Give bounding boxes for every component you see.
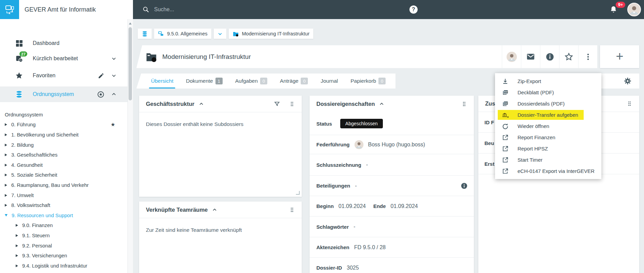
- caret-right-icon[interactable]: [5, 174, 7, 176]
- caret-right-icon[interactable]: [5, 144, 7, 146]
- property-row-schlusszeichnung: Schlusszeichnung-: [310, 154, 474, 175]
- tab-zugriff[interactable]: Zugriff: [398, 74, 413, 89]
- tree-item[interactable]: 1. Bevölkerung und Sicherheit: [0, 130, 128, 140]
- more-actions-button[interactable]: [578, 45, 597, 68]
- scroll-up-arrow-icon[interactable]: [129, 22, 132, 25]
- menu-item-zip-export[interactable]: Zip-Export: [495, 76, 601, 87]
- property-label: Ende: [373, 203, 386, 209]
- sidebar-scrollbar[interactable]: [128, 19, 133, 273]
- tab--bersicht[interactable]: Übersicht: [151, 74, 173, 89]
- menu-item-report-finanzen[interactable]: Report Finanzen: [495, 132, 601, 143]
- global-search[interactable]: [143, 0, 257, 19]
- info-button[interactable]: [540, 45, 559, 68]
- tree-item[interactable]: 6. Raumplanung, Bau und Verkehr: [0, 180, 128, 190]
- caret-right-icon[interactable]: [16, 244, 18, 247]
- mail-button[interactable]: [521, 45, 540, 68]
- tree-item[interactable]: 4. Gesundheit: [0, 160, 128, 170]
- caret-right-icon[interactable]: [16, 264, 18, 267]
- info-icon[interactable]: [461, 182, 468, 189]
- tree-item[interactable]: 9.0. Finanzen: [0, 221, 128, 231]
- external-link-icon: [501, 134, 509, 141]
- caret-right-icon[interactable]: [5, 204, 7, 207]
- drag-handle-icon[interactable]: [627, 100, 632, 107]
- tree-item-label: 1. Bevölkerung und Sicherheit: [11, 132, 78, 138]
- collapse-chevron-icon[interactable]: [379, 101, 384, 107]
- breadcrumb-root[interactable]: [138, 29, 152, 39]
- tab-dokumente[interactable]: Dokumente1: [186, 74, 222, 89]
- owner-avatar[interactable]: [502, 45, 521, 68]
- resize-handle[interactable]: [296, 191, 300, 195]
- tree-item[interactable]: 5. Soziale Sicherheit: [0, 170, 128, 180]
- scrollbar-thumb[interactable]: [129, 27, 132, 100]
- tree-item[interactable]: 2. Bildung: [0, 140, 128, 150]
- drag-handle-icon[interactable]: [289, 101, 295, 107]
- tab-journal[interactable]: Journal: [320, 74, 338, 89]
- circle-star-icon[interactable]: [97, 91, 104, 98]
- property-label: Status: [316, 121, 332, 127]
- tree-item[interactable]: 9.4. Logistik und Infrastruktur: [0, 261, 128, 271]
- drag-handle-icon[interactable]: [461, 101, 467, 107]
- tab-label: Papierkorb: [350, 78, 376, 84]
- add-card[interactable]: +: [600, 45, 639, 68]
- help-icon: ?: [412, 6, 415, 13]
- caret-right-icon[interactable]: [5, 164, 7, 166]
- chevron-down-icon[interactable]: [111, 73, 117, 78]
- status-badge: Abgeschlossen: [340, 119, 383, 128]
- menu-item-report-hpsz[interactable]: Report HPSZ: [495, 143, 601, 154]
- date-value: 01.09.2024: [339, 203, 366, 209]
- breadcrumb-level2[interactable]: Modernisierung IT-Infrastruktur: [229, 29, 313, 39]
- breadcrumb: 9.5.0. Allgemeines Modernisierung IT-Inf…: [138, 29, 313, 39]
- tree-item[interactable]: 9.2. Personal: [0, 241, 128, 251]
- collapse-chevron-icon[interactable]: [212, 207, 217, 212]
- database-icon: [15, 90, 23, 98]
- caret-right-icon[interactable]: [16, 254, 18, 257]
- caret-right-icon[interactable]: [16, 234, 18, 237]
- chevron-up-icon[interactable]: [111, 92, 117, 97]
- menu-item-dossierdetails-pdf-[interactable]: PDFDossierdetails (PDF): [495, 98, 601, 109]
- sidebar-item-dashboard[interactable]: Dashboard: [0, 36, 128, 51]
- caret-right-icon[interactable]: [5, 194, 7, 197]
- sidebar-item-favorites[interactable]: Favoriten: [0, 68, 128, 83]
- chevron-down-icon[interactable]: [111, 56, 117, 61]
- property-row-status: StatusAbgeschlossen: [310, 112, 474, 135]
- collapse-chevron-icon[interactable]: [199, 101, 204, 107]
- empty-state-text: Zur Zeit sind keine Teamräume verknüpft: [139, 218, 302, 242]
- caret-down-icon[interactable]: [5, 214, 8, 216]
- menu-item-wieder-ffnen[interactable]: Wieder öffnen: [495, 121, 601, 132]
- menu-item-start-timer[interactable]: Start Timer: [495, 154, 601, 165]
- sidebar-item-ordnungssystem[interactable]: Ordnungssystem: [0, 86, 128, 102]
- caret-right-icon[interactable]: [5, 184, 7, 187]
- menu-item-dossier-transfer-aufgeben[interactable]: Dossier-Transfer aufgeben: [495, 109, 601, 121]
- menu-item-ech-0147-export-via-intergever[interactable]: eCH-0147 Export via InterGEVER: [495, 165, 601, 177]
- tree-item[interactable]: 8. Volkswirtschaft: [0, 200, 128, 210]
- tab-antr-ge[interactable]: Anträge0: [280, 74, 308, 89]
- breadcrumb-level1[interactable]: 9.5.0. Allgemeines: [154, 29, 211, 39]
- tree-item[interactable]: 9.1. Steuern: [0, 230, 128, 241]
- caret-right-icon[interactable]: [16, 224, 18, 227]
- favorite-button[interactable]: [559, 45, 578, 68]
- menu-item-deckblatt-pdf-[interactable]: PDFDeckblatt (PDF): [495, 87, 601, 98]
- caret-right-icon[interactable]: [5, 154, 7, 156]
- tree-item[interactable]: 9.3. Versicherungen: [0, 251, 128, 261]
- user-avatar[interactable]: [627, 3, 641, 16]
- edit-pencil-icon[interactable]: [98, 73, 104, 79]
- caret-right-icon[interactable]: [5, 133, 7, 136]
- drag-handle-icon[interactable]: [289, 207, 295, 213]
- tree-header: Ordnungssystem: [0, 110, 128, 120]
- dossier-folder-icon: [145, 51, 158, 63]
- filter-icon[interactable]: [274, 101, 280, 107]
- property-label: Beteiligungen: [316, 183, 350, 189]
- caret-right-icon[interactable]: [5, 123, 7, 126]
- search-input[interactable]: [153, 6, 257, 13]
- tree-item[interactable]: 9. Ressourcen und Support: [0, 210, 128, 221]
- tree-item[interactable]: 3. Gesellschaftliches: [0, 150, 128, 160]
- help-button[interactable]: ?: [409, 5, 418, 14]
- app-logo-icon[interactable]: [0, 0, 19, 19]
- tab-bar: ÜbersichtDokumente1Aufgaben0Anträge0Jour…: [136, 74, 395, 89]
- tree-item[interactable]: 0. Führung★: [0, 120, 128, 130]
- tree-item[interactable]: 7. Umwelt: [0, 190, 128, 200]
- sidebar-item-recent[interactable]: 27 Kürzlich bearbeitet: [0, 51, 128, 66]
- breadcrumb-expand[interactable]: [214, 29, 226, 39]
- tab-aufgaben[interactable]: Aufgaben0: [235, 74, 267, 89]
- tab-papierkorb[interactable]: Papierkorb0: [350, 74, 386, 89]
